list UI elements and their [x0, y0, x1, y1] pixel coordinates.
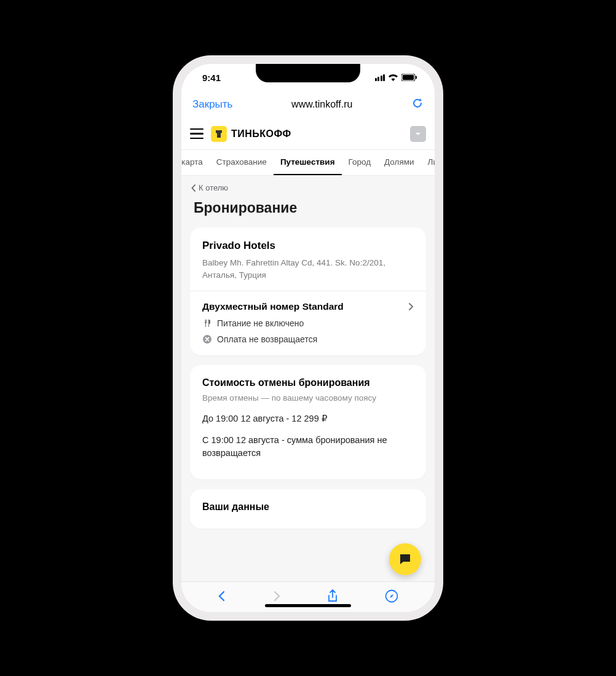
refund-info: Оплата не возвращается: [202, 334, 414, 344]
status-time: 9:41: [202, 73, 221, 83]
cell-signal-icon: [375, 74, 385, 81]
home-indicator[interactable]: [265, 604, 351, 607]
page-content: К отелю Бронирование Privado Hotels Balb…: [181, 176, 435, 581]
page-title: Бронирование: [181, 195, 435, 227]
tab-insurance[interactable]: Страхование: [210, 150, 274, 175]
svg-rect-1: [403, 75, 414, 80]
tab-personal[interactable]: Лични: [421, 150, 435, 175]
notch: [256, 64, 360, 82]
back-label: К отелю: [199, 183, 228, 192]
tab-sim-card[interactable]: им-карта: [181, 150, 210, 175]
nav-back-button[interactable]: [218, 590, 226, 605]
user-data-card: Ваши данные: [190, 489, 426, 529]
meal-info: Питание не включено: [202, 318, 414, 328]
menu-button[interactable]: [190, 128, 203, 139]
cancel-card: Стоимость отмены бронирования Время отме…: [190, 365, 426, 479]
wifi-icon: [388, 74, 398, 81]
chat-icon: [398, 552, 413, 567]
logo-mark-icon: [211, 126, 227, 142]
room-row[interactable]: Двухместный номер Standard: [202, 301, 414, 312]
cancel-title: Стоимость отмены бронирования: [202, 377, 414, 388]
cancel-line-2: С 19:00 12 августа - сумма бронирования …: [202, 434, 414, 460]
tab-travel[interactable]: Путешествия: [274, 150, 342, 175]
close-button[interactable]: Закрыть: [192, 98, 232, 111]
status-right: [375, 74, 417, 81]
expand-button[interactable]: [410, 126, 426, 142]
refund-text: Оплата не возвращается: [217, 334, 317, 344]
browser-bottom-bar: [181, 581, 435, 612]
url-display[interactable]: www.tinkoff.ru: [291, 99, 352, 110]
app-header: ТИНЬКОФФ: [181, 118, 435, 150]
svg-rect-2: [416, 76, 417, 79]
chevron-left-icon: [191, 184, 196, 192]
back-link[interactable]: К отелю: [181, 176, 435, 195]
brand-logo[interactable]: ТИНЬКОФФ: [211, 126, 291, 142]
meal-text: Питание не включено: [217, 318, 304, 328]
cancel-line-1: До 19:00 12 августа - 12 299 ₽: [202, 412, 414, 425]
share-button[interactable]: [326, 589, 339, 606]
screen: 9:41 Закрыть www.tinkoff.ru: [181, 64, 435, 612]
hotel-card: Privado Hotels Balbey Mh. Fahrettin Alta…: [190, 227, 426, 355]
cutlery-icon: [202, 319, 212, 328]
reload-button[interactable]: [411, 97, 424, 112]
tab-city[interactable]: Город: [342, 150, 378, 175]
room-name: Двухместный номер Standard: [202, 301, 344, 312]
hotel-name: Privado Hotels: [202, 240, 414, 252]
nav-forward-button[interactable]: [272, 590, 281, 605]
phone-frame: 9:41 Закрыть www.tinkoff.ru: [173, 55, 443, 621]
hotel-address: Balbey Mh. Fahrettin Altay Cd, 441. Sk. …: [202, 257, 414, 281]
chat-button[interactable]: [389, 543, 421, 575]
safari-button[interactable]: [385, 589, 398, 605]
battery-icon: [401, 74, 417, 81]
user-data-title: Ваши данные: [202, 501, 414, 513]
tabs-bar[interactable]: им-карта Страхование Путешествия Город Д…: [181, 150, 435, 176]
no-refund-icon: [202, 335, 212, 344]
brand-name: ТИНЬКОФФ: [231, 128, 291, 140]
tab-dolyami[interactable]: Долями: [377, 150, 421, 175]
chevron-right-icon: [408, 302, 414, 311]
divider: [190, 291, 426, 291]
browser-bar: Закрыть www.tinkoff.ru: [181, 91, 435, 118]
cancel-subtitle: Время отмены — по вашему часовому поясу: [202, 393, 414, 403]
